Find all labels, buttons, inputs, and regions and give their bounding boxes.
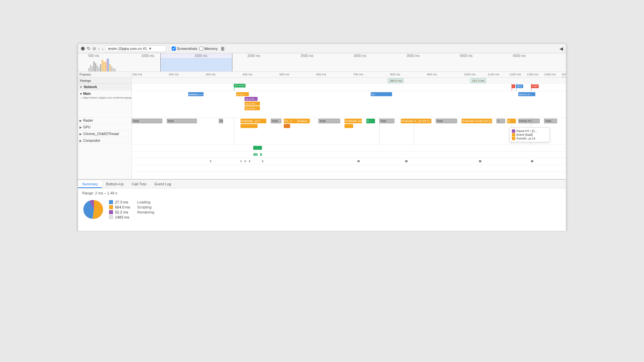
tab-bottom-up[interactable]: Bottom-Up	[102, 181, 128, 188]
memory-checkbox-label[interactable]: Memory	[199, 47, 218, 51]
timings-track: FP FCP L DCL FMP	[132, 84, 566, 91]
upload-button[interactable]: ↑	[98, 47, 100, 51]
fcp-marker: FCP	[238, 84, 246, 87]
task-6[interactable]: Task	[379, 119, 394, 123]
stop-button[interactable]: ⊘	[93, 46, 96, 51]
task-evaluate-cb3[interactable]: Evaluate Script (cb:1)	[462, 119, 492, 123]
network-item-cb1[interactable]: cb (s.t...	[236, 92, 249, 96]
gpu-label-row[interactable]: ▶ GPU	[78, 124, 131, 131]
frames-label-row: Frames	[78, 72, 131, 78]
download-button[interactable]: ↓	[102, 47, 104, 51]
raster-2	[258, 146, 262, 150]
task-evaluate-cb1[interactable]: Evaluate Script (cb:1)	[344, 119, 362, 123]
tab-call-tree[interactable]: Call Tree	[128, 181, 151, 188]
timeline-content: 100 ms 200 ms 300 ms 400 ms 500 ms 600 m…	[132, 72, 566, 179]
task-2[interactable]: Task	[167, 119, 197, 123]
l-marker: L	[512, 84, 515, 88]
frames-callout-1: 269.5 ms	[388, 78, 404, 83]
time-ruler: 100 ms 200 ms 300 ms 400 ms 500 ms 600 m…	[132, 72, 566, 78]
summary-item-scripting: 664.0 ms Scripting	[109, 205, 154, 209]
raster-label-row[interactable]: ▶ Raster	[78, 117, 131, 124]
overview-labels: 500 ms 1000 ms 1500 ms 2000 ms 2500 ms 3…	[88, 54, 566, 58]
range-label: Range: 2 ms – 1.48 s	[82, 191, 562, 195]
task-7[interactable]: Task	[436, 119, 458, 123]
network-label-row[interactable]: ▼ Network	[78, 84, 131, 90]
task-evaluate-1[interactable]: Evaluate...js:1	[240, 119, 267, 123]
main-track: Task Task Task Evaluate...js:1 Task Ev..…	[132, 118, 566, 145]
task-t[interactable]: T...	[496, 119, 505, 123]
task-5[interactable]: Task	[318, 119, 340, 123]
task-e1[interactable]: E...	[507, 119, 516, 123]
url-display: testm.10jqka.com.cn #1 ▼	[106, 45, 166, 52]
summary-item-rendering: 52.2 ms Rendering	[109, 210, 154, 214]
record-button[interactable]	[81, 47, 85, 51]
overview-chart	[88, 59, 566, 71]
raster-1	[253, 146, 258, 150]
clear-button[interactable]: 🗑	[220, 46, 225, 51]
task-3[interactable]: Task	[219, 119, 223, 123]
dcl-marker: DCL	[516, 84, 523, 88]
summary-item-loading: 27.3 ms Loading	[109, 200, 154, 204]
network-item-cb2[interactable]: cb (s.th...	[245, 97, 258, 101]
toolbar: ↻ ⊘ ↑ ↓ testm.10jqka.com.cn #1 ▼ Screens…	[78, 44, 566, 53]
subtask-3[interactable]	[344, 124, 353, 128]
timeline-area: Frames Timings ▼ Network ▼ Main — https:…	[78, 72, 566, 179]
task-4[interactable]: Task	[271, 119, 281, 123]
frames-callout-2: 197.0 ms	[470, 78, 486, 83]
task-g1[interactable]: C...	[366, 119, 375, 123]
bottom-panel: Summary Bottom-Up Call Tree Event Log Ra…	[78, 179, 566, 231]
subtask-2[interactable]	[284, 124, 290, 128]
overview-selection[interactable]	[160, 53, 232, 72]
fmp-marker: FMP	[531, 84, 539, 88]
network-item-ha[interactable]: ha...	[371, 92, 392, 96]
overview-area: 500 ms 1000 ms 1500 ms 2000 ms 2500 ms 3…	[78, 53, 566, 72]
tooltip-box: Parse HT../ [2... Event (load) Functio..…	[509, 127, 550, 142]
network-item-cb3[interactable]: cb (s.thi...	[245, 102, 260, 106]
main-label-row[interactable]: ▼ Main — https://testm.10jqka.com.cn/dev…	[78, 90, 131, 117]
refresh-button[interactable]: ↻	[87, 46, 91, 51]
raster-track	[132, 145, 566, 152]
task-evaluate-3[interactable]: Evalua...1	[297, 119, 310, 123]
compositor-track	[132, 165, 566, 172]
task-8[interactable]: Task	[544, 119, 557, 123]
memory-checkbox[interactable]	[199, 47, 203, 51]
devtools-window: ↻ ⊘ ↑ ↓ testm.10jqka.com.cn #1 ▼ Screens…	[78, 44, 566, 231]
frames-track: 269.5 ms 197.0 ms	[132, 78, 566, 84]
pie-chart	[82, 198, 106, 221]
gpu-track	[132, 152, 566, 158]
summary-items: 27.3 ms Loading 664.0 ms Scripting 52.2 …	[109, 200, 154, 219]
network-item-chame[interactable]: chame...	[188, 92, 203, 96]
labels-panel: Frames Timings ▼ Network ▼ Main — https:…	[78, 72, 132, 179]
tab-event-log[interactable]: Event Log	[151, 181, 175, 188]
task-evaluate-2[interactable]: Ev...1	[284, 119, 297, 123]
compositor-label-row[interactable]: ▶ Compositor	[78, 137, 131, 144]
summary-item-other: 1483 ms	[109, 215, 154, 219]
chrome-io-track	[132, 158, 566, 165]
separator	[169, 46, 169, 51]
screenshots-checkbox-label[interactable]: Screenshots	[172, 47, 197, 51]
task-parse[interactable]: Parse HT...	[518, 119, 540, 123]
subtask-1[interactable]	[240, 124, 258, 128]
bottom-content: Range: 2 ms – 1.48 s 2	[78, 188, 566, 231]
tracks-container: 269.5 ms 197.0 ms FP FCP L	[132, 78, 566, 179]
timings-label-row: Timings	[78, 78, 131, 84]
summary-row: 27.3 ms Loading 664.0 ms Scripting 52.2 …	[82, 198, 562, 221]
network-item-favicon[interactable]: favicon.ic...	[518, 92, 536, 96]
screenshots-checkbox[interactable]	[172, 47, 176, 51]
task-evaluate-cb2[interactable]: Evaluate S...pt (cb:1)	[401, 119, 431, 123]
bottom-tabs: Summary Bottom-Up Call Tree Event Log	[78, 180, 566, 188]
chrome-io-label-row[interactable]: ▶ Chrome_ChildIOThread	[78, 131, 131, 137]
collapse-button[interactable]: ◀	[559, 46, 563, 51]
task-1[interactable]: Task	[132, 119, 162, 123]
network-item-cb4[interactable]: cb (s.thi...	[245, 106, 260, 110]
tab-summary[interactable]: Summary	[78, 181, 102, 188]
network-track: chame... cb (s.t... cb (s.th... cb (s.th…	[132, 91, 566, 118]
